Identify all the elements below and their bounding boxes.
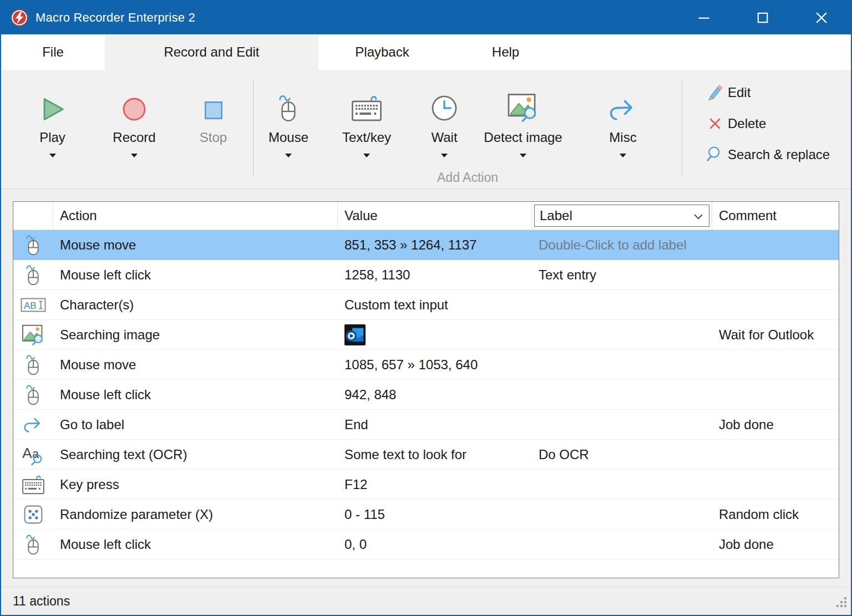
misc-icon: [607, 96, 638, 122]
action-row-9[interactable]: Key press F12: [13, 470, 839, 500]
tab-record-and-edit[interactable]: Record and Edit: [105, 34, 318, 70]
action-type-icon-cell: [13, 380, 53, 409]
minimize-button[interactable]: [674, 1, 733, 34]
action-row-1[interactable]: Mouse move 851, 353 » 1264, 1137 Double-…: [13, 230, 839, 260]
mouse-icon: [25, 354, 42, 375]
record-button[interactable]: Record: [90, 70, 179, 189]
action-type-icon-cell: [13, 230, 53, 259]
button-label: Delete: [728, 116, 766, 131]
label-cell[interactable]: [532, 350, 712, 379]
edit-button[interactable]: Edit: [704, 83, 851, 102]
button-icon-wrap: [704, 146, 726, 164]
comment-cell: [712, 380, 839, 409]
column-header-value[interactable]: Value: [338, 202, 532, 230]
dropdown-caret-icon[interactable]: [520, 154, 526, 157]
window-controls: [674, 1, 851, 34]
wait-icon: [430, 94, 458, 122]
action-row-11[interactable]: Mouse left click 0, 0 Job done: [13, 530, 839, 559]
column-header-comment[interactable]: Comment: [712, 202, 839, 230]
dropdown-caret-icon[interactable]: [49, 154, 56, 157]
delete-x-icon: [706, 115, 724, 133]
button-icon-wrap: [607, 86, 638, 122]
button-icon-wrap: [430, 86, 458, 122]
action-type-icon-cell: [13, 410, 53, 439]
action-row-5[interactable]: Mouse move 1085, 657 » 1053, 640: [13, 350, 839, 380]
button-icon-wrap: [704, 84, 726, 101]
button-icon-wrap: [507, 86, 539, 122]
resize-grip-icon: [835, 596, 848, 608]
play-button[interactable]: Play: [15, 70, 90, 189]
delete-button[interactable]: Delete: [704, 114, 851, 133]
label-cell[interactable]: [532, 290, 712, 319]
action-row-3[interactable]: AB Character(s) Custom text input: [13, 290, 839, 320]
action-cell: Mouse move: [53, 350, 338, 379]
value-cell: 851, 353 » 1264, 1137: [338, 230, 532, 259]
dropdown-caret-icon[interactable]: [285, 154, 292, 157]
comment-cell: [712, 230, 839, 259]
close-button[interactable]: [792, 1, 851, 34]
tab-file[interactable]: File: [1, 34, 105, 70]
action-cell: Searching image: [53, 320, 338, 349]
tab-help[interactable]: Help: [446, 34, 565, 70]
comment-cell: Job done: [712, 410, 839, 439]
comment-cell: [712, 440, 839, 469]
window-title: Macro Recorder Enterprise 2: [36, 11, 195, 25]
resize-grip[interactable]: [835, 596, 848, 612]
button-icon-wrap: [704, 115, 726, 133]
value-cell: Some text to look for: [338, 440, 532, 469]
stop-icon: [202, 99, 225, 122]
button-label: Mouse: [268, 130, 308, 145]
action-list: Action Value Label Comment Mouse move 85…: [13, 201, 839, 578]
mouse-icon: [25, 235, 42, 256]
comment-cell: [712, 290, 839, 319]
action-list-header: Action Value Label Comment: [13, 202, 839, 230]
label-cell[interactable]: [532, 320, 712, 349]
label-cell[interactable]: [532, 530, 712, 559]
value-cell: Custom text input: [338, 290, 532, 319]
button-label: Misc: [609, 130, 636, 145]
label-cell[interactable]: Double-Click to add label: [532, 230, 712, 259]
label-cell[interactable]: [532, 380, 712, 409]
value-cell: 0, 0: [338, 530, 532, 559]
label-filter-dropdown[interactable]: Label: [534, 205, 709, 227]
action-cell: Mouse left click: [53, 260, 338, 289]
search-replace-button[interactable]: Search & replace: [704, 145, 851, 164]
button-label: Search & replace: [728, 147, 830, 162]
action-cell: Mouse left click: [53, 380, 338, 409]
action-type-icon-cell: AB: [13, 290, 53, 319]
label-cell[interactable]: Text entry: [532, 260, 712, 289]
mouse-icon: [277, 94, 300, 122]
action-row-2[interactable]: Mouse left click 1258, 1130 Text entry: [13, 260, 839, 290]
comment-cell: Random click: [712, 500, 839, 529]
action-row-7[interactable]: Go to label End Job done: [13, 410, 839, 440]
action-row-6[interactable]: Mouse left click 942, 848: [13, 380, 839, 410]
dropdown-caret-icon[interactable]: [131, 154, 138, 157]
tab-playback[interactable]: Playback: [318, 34, 446, 70]
value-cell: [338, 320, 532, 349]
button-icon-wrap: [121, 86, 147, 122]
action-row-4[interactable]: Searching image Wait for Outlook: [13, 320, 839, 350]
label-cell[interactable]: [532, 410, 712, 439]
action-type-icon-cell: [13, 350, 53, 379]
action-row-8[interactable]: A a Searching text (OCR) Some text to lo…: [13, 440, 839, 470]
status-bar: 11 actions: [1, 587, 851, 615]
comment-cell: [712, 350, 839, 379]
stop-button[interactable]: Stop: [179, 70, 248, 189]
label-cell[interactable]: Do OCR: [532, 440, 712, 469]
maximize-button[interactable]: [733, 1, 792, 34]
dropdown-caret-icon[interactable]: [363, 154, 370, 157]
tab-bar: FileRecord and EditPlaybackHelp: [1, 34, 851, 70]
button-icon-wrap: [277, 86, 300, 122]
label-cell[interactable]: [532, 500, 712, 529]
chevron-down-icon: [693, 208, 703, 223]
dropdown-caret-icon[interactable]: [620, 154, 626, 157]
search-icon: [706, 146, 724, 164]
button-icon-wrap: [40, 86, 65, 122]
label-cell[interactable]: [532, 470, 712, 499]
column-header-action[interactable]: Action: [53, 202, 338, 230]
dropdown-caret-icon[interactable]: [441, 154, 448, 157]
comment-cell: Job done: [712, 530, 839, 559]
action-row-10[interactable]: Randomize parameter (X) 0 - 115 Random c…: [13, 500, 839, 530]
value-cell: 0 - 115: [338, 500, 532, 529]
action-type-icon-cell: [13, 260, 53, 289]
